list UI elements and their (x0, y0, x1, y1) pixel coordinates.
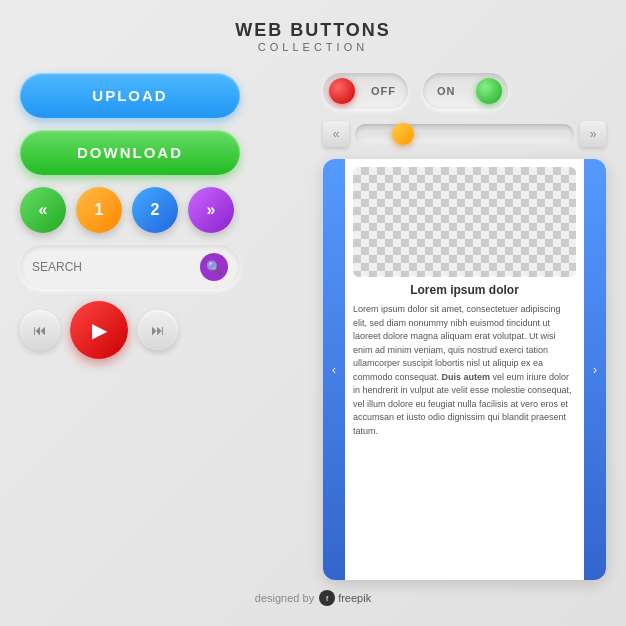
right-column: OFF ON « » ‹ Lor (323, 73, 606, 580)
left-column: UPLOAD DOWNLOAD « 1 2 » 🔍 ⏮ (20, 73, 303, 580)
media-prev-icon: ⏮ (33, 322, 47, 338)
footer-designed-by: designed by (255, 592, 314, 604)
toggle-off-label: OFF (371, 85, 396, 97)
toggle-off-dot (329, 78, 355, 104)
card-prev-button[interactable]: ‹ (323, 159, 345, 580)
pagination-page2-button[interactable]: 2 (132, 187, 178, 233)
pagination-prev-button[interactable]: « (20, 187, 66, 233)
media-player: ⏮ ▶ ⏭ (20, 301, 303, 359)
footer-brand: freepik (338, 592, 371, 604)
freepik-logo: f freepik (319, 590, 371, 606)
page-header: WEB BUTTONS COLLECTION (235, 20, 391, 53)
toggle-on-dot (476, 78, 502, 104)
toggle-off-switch[interactable]: OFF (323, 73, 408, 109)
slider-track[interactable] (355, 124, 574, 144)
slider-left-button[interactable]: « (323, 121, 349, 147)
pagination-row: « 1 2 » (20, 187, 303, 233)
search-icon: 🔍 (206, 260, 222, 275)
toggle-on-switch[interactable]: ON (423, 73, 508, 109)
freepik-icon: f (319, 590, 335, 606)
pagination-page1-button[interactable]: 1 (76, 187, 122, 233)
main-content: UPLOAD DOWNLOAD « 1 2 » 🔍 ⏮ (20, 73, 606, 580)
slider-thumb[interactable] (392, 123, 414, 145)
card-title: Lorem ipsum dolor (353, 283, 576, 297)
card-image (353, 167, 576, 277)
upload-button[interactable]: UPLOAD (20, 73, 240, 118)
download-button[interactable]: DOWNLOAD (20, 130, 240, 175)
search-bar[interactable]: 🔍 (20, 245, 240, 289)
slider-row: « » (323, 121, 606, 147)
slider-right-button[interactable]: » (580, 121, 606, 147)
page-subtitle: COLLECTION (235, 41, 391, 53)
card-content: Lorem ipsum dolor Lorem ipsum dolor sit … (345, 159, 584, 580)
card-text-main: Lorem ipsum dolor sit amet, consectetuer… (353, 304, 561, 382)
toggle-row: OFF ON (323, 73, 606, 109)
toggle-on-label: ON (437, 85, 456, 97)
search-input[interactable] (32, 260, 200, 274)
card-text: Lorem ipsum dolor sit amet, consectetuer… (353, 303, 576, 438)
footer: designed by f freepik (255, 590, 371, 606)
pagination-next-button[interactable]: » (188, 187, 234, 233)
page-title: WEB BUTTONS (235, 20, 391, 41)
media-prev-button[interactable]: ⏮ (20, 310, 60, 350)
media-next-icon: ⏭ (151, 322, 165, 338)
card-next-button[interactable]: › (584, 159, 606, 580)
card-text-bold: Duis autem (442, 372, 491, 382)
media-play-icon: ▶ (92, 318, 107, 342)
media-play-button[interactable]: ▶ (70, 301, 128, 359)
card-viewer: ‹ Lorem ipsum dolor Lorem ipsum dolor si… (323, 159, 606, 580)
search-button[interactable]: 🔍 (200, 253, 228, 281)
media-next-button[interactable]: ⏭ (138, 310, 178, 350)
